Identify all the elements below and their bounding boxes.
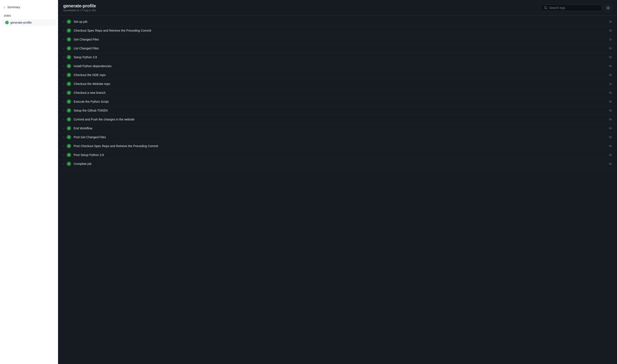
step-duration: 2s: [607, 29, 612, 32]
step-success-icon: [67, 73, 71, 77]
step-row[interactable]: › Checkout the Website repo 1s: [58, 79, 617, 88]
step-duration: 0s: [607, 73, 612, 77]
step-duration: 0s: [607, 153, 612, 156]
step-name: Checkout a new branch: [74, 91, 607, 94]
steps-list: › Set up job 3s › Checkout Spec Repo and…: [58, 16, 617, 364]
search-icon: [544, 6, 547, 10]
chevron-right-icon: ›: [63, 38, 64, 41]
chevron-right-icon: ›: [63, 91, 64, 94]
step-success-icon: [67, 64, 71, 68]
search-logs-box[interactable]: Search logs: [541, 5, 602, 11]
chevron-right-icon: ›: [63, 82, 64, 85]
step-name: Install Python dependencies: [74, 64, 607, 68]
step-row[interactable]: › Execute the Python Script 0s: [58, 97, 617, 106]
settings-button[interactable]: [604, 5, 612, 11]
step-row[interactable]: › List Changed Files 0s: [58, 44, 617, 53]
step-success-icon: [67, 20, 71, 24]
step-name: Execute the Python Script: [74, 100, 607, 103]
step-row[interactable]: › Post Get Changed Files 0s: [58, 133, 617, 142]
step-name: List Changed Files: [74, 47, 607, 50]
step-duration: 0s: [607, 109, 612, 112]
step-success-icon: [67, 99, 71, 104]
step-row[interactable]: › Get Changed Files 1s: [58, 35, 617, 44]
step-duration: 0s: [607, 136, 612, 139]
jobs-section-label: Jobs: [0, 11, 58, 19]
chevron-right-icon: ›: [63, 162, 64, 165]
step-success-icon: [67, 55, 71, 59]
step-duration: 0s: [607, 162, 612, 165]
step-success-icon: [67, 28, 71, 33]
step-duration: 0s: [607, 91, 612, 94]
step-success-icon: [67, 117, 71, 122]
step-row[interactable]: › Install Python dependencies 9s: [58, 62, 617, 71]
header-actions: Search logs: [541, 5, 612, 11]
step-duration: 0s: [607, 144, 612, 148]
step-name: Commit and Push the changes in the websi…: [74, 118, 607, 121]
chevron-right-icon: ›: [63, 153, 64, 156]
chevron-right-icon: ›: [63, 127, 64, 130]
chevron-right-icon: ›: [63, 144, 64, 148]
workflow-info: generate-profile succeeded on 17 Aug in …: [63, 3, 96, 12]
step-success-icon: [67, 135, 71, 139]
step-row[interactable]: › Checkout Spec Repo and Retreive the Pr…: [58, 26, 617, 35]
chevron-right-icon: ›: [63, 20, 64, 23]
step-name: Complete job: [74, 162, 607, 166]
step-duration: 0s: [607, 47, 612, 50]
chevron-right-icon: ›: [63, 29, 64, 32]
chevron-right-icon: ›: [63, 65, 64, 68]
step-row[interactable]: › Set up job 3s: [58, 17, 617, 26]
step-row[interactable]: › Setup Python 3.8 0s: [58, 53, 617, 62]
step-row[interactable]: › Checkout a new branch 0s: [58, 88, 617, 97]
sidebar-job-label: generate-profile: [10, 21, 32, 24]
step-duration: 0s: [607, 127, 612, 130]
chevron-right-icon: ›: [63, 47, 64, 50]
step-duration: 0s: [607, 56, 612, 59]
step-success-icon: [67, 162, 71, 166]
chevron-right-icon: ›: [63, 100, 64, 103]
chevron-right-icon: ›: [63, 73, 64, 77]
step-success-icon: [67, 126, 71, 130]
sidebar-item-generate-profile[interactable]: generate-profile: [2, 19, 56, 26]
chevron-right-icon: ›: [63, 56, 64, 59]
step-success-icon: [67, 91, 71, 95]
job-status-icon: [5, 21, 9, 24]
step-duration: 9s: [607, 65, 612, 68]
home-icon: ⌂: [3, 5, 6, 9]
step-duration: 1s: [607, 38, 612, 41]
step-name: End Workflow: [74, 127, 607, 130]
step-row[interactable]: › Complete job 0s: [58, 159, 617, 168]
step-row[interactable]: › End Workflow 0s: [58, 124, 617, 133]
step-row[interactable]: › Post Setup Python 3.8 0s: [58, 151, 617, 159]
step-success-icon: [67, 82, 71, 86]
step-row[interactable]: › Commit and Push the changes in the web…: [58, 115, 617, 124]
chevron-right-icon: ›: [63, 118, 64, 121]
step-name: Get Changed Files: [74, 38, 607, 41]
step-duration: 0s: [607, 118, 612, 121]
step-name: Set up job: [74, 20, 607, 23]
step-duration: 3s: [607, 20, 612, 23]
step-name: Checkout the DDE repo: [74, 73, 607, 77]
search-placeholder: Search logs: [549, 6, 565, 10]
step-success-icon: [67, 153, 71, 157]
step-name: Post Setup Python 3.8: [74, 153, 607, 157]
step-row[interactable]: › Setup the Github TOKEN 0s: [58, 106, 617, 115]
step-row[interactable]: › Post Checkout Spec Repo and Retreive t…: [58, 142, 617, 151]
summary-label: Summary: [7, 5, 20, 9]
step-row[interactable]: › Checkout the DDE repo 0s: [58, 71, 617, 79]
gear-icon: [606, 6, 610, 10]
workflow-subtitle: succeeded on 17 Aug in 20s: [63, 9, 96, 12]
summary-link[interactable]: ⌂ Summary: [0, 3, 58, 11]
step-success-icon: [67, 108, 71, 113]
step-duration: 0s: [607, 100, 612, 103]
main-panel: generate-profile succeeded on 17 Aug in …: [58, 0, 617, 364]
step-name: Setup Python 3.8: [74, 55, 607, 59]
step-success-icon: [67, 46, 71, 51]
main-header: generate-profile succeeded on 17 Aug in …: [58, 0, 617, 16]
chevron-right-icon: ›: [63, 136, 64, 139]
workflow-title: generate-profile: [63, 3, 96, 8]
step-name: Checkout Spec Repo and Retreive the Prec…: [74, 29, 607, 32]
chevron-right-icon: ›: [63, 109, 64, 112]
step-name: Setup the Github TOKEN: [74, 109, 607, 112]
step-name: Post Checkout Spec Repo and Retreive the…: [74, 144, 607, 148]
sidebar: ⌂ Summary Jobs generate-profile: [0, 0, 58, 364]
